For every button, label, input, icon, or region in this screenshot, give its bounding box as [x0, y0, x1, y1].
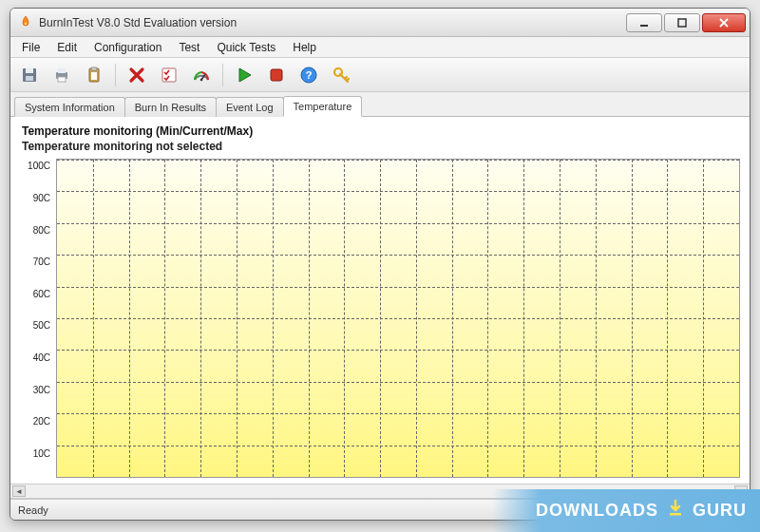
stop-icon[interactable] [263, 62, 290, 88]
chart-title: Temperature monitoring (Min/Current/Max) [10, 117, 750, 140]
content-area: Temperature monitoring (Min/Current/Max)… [10, 117, 750, 499]
y-tick-label: 60C [33, 288, 50, 298]
tab-event-log[interactable]: Event Log [216, 97, 284, 117]
menu-file[interactable]: File [14, 39, 48, 56]
svg-rect-4 [26, 68, 33, 73]
menu-quick-tests[interactable]: Quick Tests [209, 39, 283, 56]
play-icon[interactable] [231, 62, 257, 88]
y-tick-label: 100C [28, 161, 50, 171]
y-tick-label: 30C [33, 384, 50, 394]
save-icon[interactable] [16, 62, 43, 88]
tabstrip: System Information Burn In Results Event… [10, 92, 750, 117]
checklist-icon[interactable] [156, 62, 182, 88]
svg-text:?: ? [306, 69, 313, 81]
key-icon[interactable] [328, 62, 354, 88]
svg-rect-5 [26, 76, 33, 81]
svg-rect-8 [58, 77, 66, 82]
menu-test[interactable]: Test [171, 39, 207, 56]
watermark: DOWNLOADS GURU [492, 489, 760, 532]
menu-help[interactable]: Help [285, 39, 324, 56]
delete-icon[interactable] [124, 62, 150, 88]
svg-rect-19 [670, 513, 681, 516]
tab-system-information[interactable]: System Information [14, 97, 125, 117]
y-tick-label: 40C [33, 352, 50, 362]
svg-point-14 [200, 78, 203, 81]
scroll-left-arrow[interactable]: ◄ [12, 485, 26, 497]
window-controls [626, 13, 746, 32]
svg-rect-10 [91, 67, 97, 70]
maximize-button[interactable] [664, 13, 700, 32]
minimize-button[interactable] [626, 13, 662, 32]
toolbar-separator [222, 64, 223, 86]
y-tick-label: 50C [33, 320, 50, 331]
menu-edit[interactable]: Edit [49, 39, 85, 56]
svg-point-0 [25, 22, 27, 24]
app-icon [18, 15, 33, 30]
svg-rect-7 [58, 68, 66, 73]
download-icon [666, 499, 685, 522]
svg-rect-1 [640, 25, 648, 27]
svg-rect-11 [91, 72, 97, 80]
toolbar: ? [10, 58, 750, 92]
y-axis-labels: 100C90C80C70C60C50C40C30C20C10C [14, 159, 54, 478]
chart-grid [56, 159, 740, 478]
menu-configuration[interactable]: Configuration [86, 39, 169, 56]
tab-burn-in-results[interactable]: Burn In Results [124, 97, 217, 117]
y-tick-label: 70C [33, 256, 50, 267]
chart-area: 100C90C80C70C60C50C40C30C20C10C [14, 159, 746, 484]
tab-temperature[interactable]: Temperature [283, 96, 363, 117]
print-icon[interactable] [48, 62, 75, 88]
toolbar-separator [115, 64, 116, 86]
watermark-text-2: GURU [693, 501, 747, 521]
window-title: BurnInTest V8.0 Std Evaluation version [39, 16, 626, 29]
close-button[interactable] [702, 13, 746, 32]
menubar: File Edit Configuration Test Quick Tests… [10, 37, 750, 58]
y-tick-label: 90C [33, 192, 50, 202]
watermark-text-1: DOWNLOADS [536, 501, 658, 521]
y-tick-label: 10C [33, 447, 50, 458]
y-tick-label: 80C [33, 224, 50, 235]
svg-rect-2 [678, 19, 686, 27]
app-window: BurnInTest V8.0 Std Evaluation version F… [10, 8, 750, 521]
svg-rect-15 [271, 69, 282, 81]
status-text: Ready [18, 504, 48, 516]
y-tick-label: 20C [33, 416, 50, 427]
chart-message: Temperature monitoring not selected [10, 140, 750, 159]
titlebar: BurnInTest V8.0 Std Evaluation version [10, 9, 750, 37]
help-icon[interactable]: ? [295, 62, 322, 88]
clipboard-icon[interactable] [81, 62, 107, 88]
gauge-icon[interactable] [188, 62, 215, 88]
